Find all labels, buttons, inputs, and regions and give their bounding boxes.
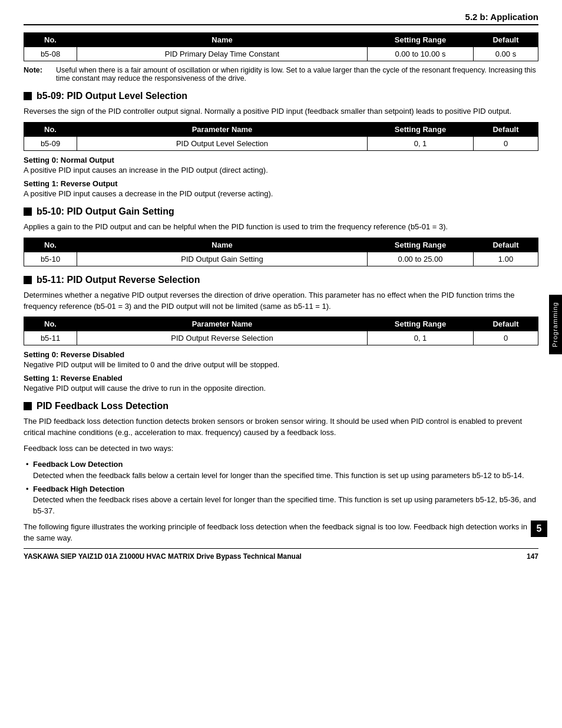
number-badge-value: 5 [537, 523, 542, 534]
bullet-icon [24, 207, 32, 216]
table-b511: No. Parameter Name Setting Range Default… [24, 317, 538, 345]
table-b508: No. Name Setting Range Default b5-08 PID… [24, 32, 538, 61]
footer-left: YASKAWA SIEP YAIZ1D 01A Z1000U HVAC MATR… [24, 552, 302, 561]
section-pid-feedback-title: PID Feedback Loss Detection [37, 401, 168, 411]
section-b511-heading: b5-11: PID Output Reverse Selection [24, 275, 538, 285]
list-item: Feedback Low Detection Detected when the… [24, 459, 538, 482]
bullet-label-high: Feedback High Detection [33, 485, 124, 493]
setting-1-enabled-label: Setting 1: Reverse Enabled [24, 374, 538, 383]
col-header-name: Parameter Name [77, 317, 368, 331]
cell-name: PID Output Level Selection [77, 136, 368, 150]
side-tab-text: Programming [551, 302, 558, 347]
bullet-icon [24, 276, 32, 284]
list-item: Feedback High Detection Detected when th… [24, 484, 538, 518]
cell-no: b5-10 [24, 252, 77, 266]
pid-feedback-body3: The following figure illustrates the wor… [24, 522, 538, 544]
bullet-icon [24, 92, 32, 100]
bullet-text-high: Detected when the feedback rises above a… [33, 495, 536, 515]
note-b508: Note: Useful when there is a fair amount… [24, 66, 538, 83]
col-header-range: Setting Range [368, 238, 474, 252]
cell-default: 0 [474, 136, 538, 150]
pid-feedback-bullets: Feedback Low Detection Detected when the… [24, 459, 538, 517]
table-b510: No. Name Setting Range Default b5-10 PID… [24, 238, 538, 266]
cell-no: b5-09 [24, 136, 77, 150]
side-tab: Programming [549, 295, 562, 354]
pid-feedback-body1: The PID feedback loss detection function… [24, 416, 538, 439]
cell-range: 0.00 to 25.00 [368, 252, 474, 266]
col-header-name: Parameter Name [77, 122, 368, 136]
col-header-no: No. [24, 317, 77, 331]
setting-0-normal-label: Setting 0: Normal Output [24, 156, 538, 164]
note-text: Useful when there is a fair amount of os… [56, 66, 538, 83]
col-header-default: Default [474, 33, 538, 47]
setting-1-enabled-desc: Negative PID output will cause the drive… [24, 384, 538, 393]
col-header-range: Setting Range [368, 122, 474, 136]
cell-default: 0 [474, 331, 538, 345]
section-b510-title: b5-10: PID Output Gain Setting [37, 206, 174, 217]
col-header-name: Name [77, 238, 368, 252]
bullet-icon [24, 402, 32, 410]
setting-1-reverse-desc: A positive PID input causes a decrease i… [24, 189, 538, 198]
pid-feedback-body2: Feedback loss can be detected in two way… [24, 443, 538, 454]
cell-range: 0, 1 [368, 331, 474, 345]
table-row: b5-10 PID Output Gain Setting 0.00 to 25… [24, 252, 538, 266]
setting-0-disabled-desc: Negative PID output will be limited to 0… [24, 360, 538, 369]
cell-default: 0.00 s [474, 47, 538, 61]
section-b509-title: b5-09: PID Output Level Selection [37, 91, 187, 101]
number-badge: 5 [531, 521, 547, 537]
setting-0-disabled-label: Setting 0: Reverse Disabled [24, 350, 538, 359]
cell-name: PID Output Reverse Selection [77, 331, 368, 345]
cell-name: PID Output Gain Setting [77, 252, 368, 266]
table-row: b5-08 PID Primary Delay Time Constant 0.… [24, 47, 538, 61]
col-header-default: Default [474, 122, 538, 136]
cell-range: 0.00 to 10.00 s [368, 47, 474, 61]
section-b511-body: Determines whether a negative PID output… [24, 290, 538, 312]
cell-no: b5-08 [24, 47, 77, 61]
col-header-default: Default [474, 238, 538, 252]
col-header-name: Name [77, 33, 368, 47]
cell-range: 0, 1 [368, 136, 474, 150]
setting-0-normal-desc: A positive PID input causes an increase … [24, 166, 538, 174]
section-pid-feedback-heading: PID Feedback Loss Detection [24, 401, 538, 411]
cell-default: 1.00 [474, 252, 538, 266]
cell-name: PID Primary Delay Time Constant [77, 47, 368, 61]
bullet-text-low: Detected when the feedback falls below a… [33, 471, 524, 480]
page-container: 5.2 b: Application No. Name Setting Rang… [0, 0, 562, 572]
col-header-range: Setting Range [368, 317, 474, 331]
page-title: 5.2 b: Application [465, 12, 538, 22]
bullet-label-low: Feedback Low Detection [33, 460, 123, 469]
note-label: Note: [24, 66, 56, 83]
footer-right: 147 [527, 552, 538, 561]
section-b509-body: Reverses the sign of the PID controller … [24, 106, 538, 117]
section-b511-title: b5-11: PID Output Reverse Selection [37, 275, 200, 285]
page-footer: YASKAWA SIEP YAIZ1D 01A Z1000U HVAC MATR… [24, 548, 538, 561]
col-header-no: No. [24, 238, 77, 252]
table-row: b5-09 PID Output Level Selection 0, 1 0 [24, 136, 538, 150]
setting-1-reverse-label: Setting 1: Reverse Output [24, 179, 538, 188]
col-header-no: No. [24, 122, 77, 136]
col-header-range: Setting Range [368, 33, 474, 47]
table-row: b5-11 PID Output Reverse Selection 0, 1 … [24, 331, 538, 345]
col-header-default: Default [474, 317, 538, 331]
table-b509: No. Parameter Name Setting Range Default… [24, 122, 538, 151]
section-b509-heading: b5-09: PID Output Level Selection [24, 91, 538, 101]
cell-no: b5-11 [24, 331, 77, 345]
section-b510-body: Applies a gain to the PID output and can… [24, 222, 538, 233]
section-b510-heading: b5-10: PID Output Gain Setting [24, 206, 538, 217]
page-header: 5.2 b: Application [24, 12, 538, 25]
col-header-no: No. [24, 33, 77, 47]
